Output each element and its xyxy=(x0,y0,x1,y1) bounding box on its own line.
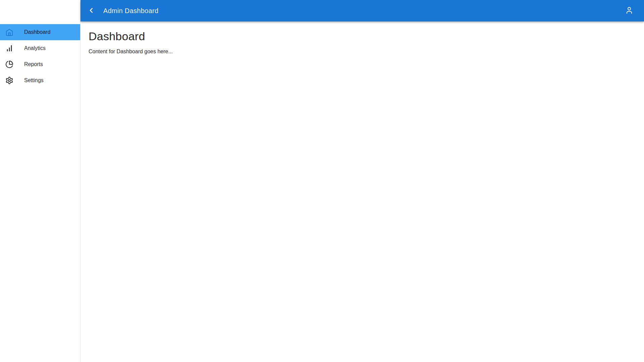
chevron-left-icon xyxy=(87,6,95,15)
content-panel: Dashboard Content for Dashboard goes her… xyxy=(80,21,644,64)
app-bar-title: Admin Dashboard xyxy=(103,7,159,15)
pie-chart-icon xyxy=(5,60,13,68)
sidebar-item-dashboard[interactable]: Dashboard xyxy=(0,24,80,40)
page-body-text: Content for Dashboard goes here... xyxy=(89,48,636,56)
sidebar-item-settings[interactable]: Settings xyxy=(0,72,80,88)
back-button[interactable] xyxy=(85,4,98,17)
sidebar-item-label: Reports xyxy=(24,60,43,68)
sidebar-menu: DashboardAnalyticsReportsSettings xyxy=(0,21,80,91)
home-icon xyxy=(5,28,13,36)
sidebar-item-reports[interactable]: Reports xyxy=(0,56,80,72)
app-bar: Admin Dashboard xyxy=(80,0,644,21)
sidebar: DashboardAnalyticsReportsSettings xyxy=(0,0,80,362)
sidebar-item-label: Settings xyxy=(24,76,44,84)
user-icon xyxy=(625,6,633,15)
user-button[interactable] xyxy=(623,4,636,17)
page-title: Dashboard xyxy=(89,29,636,44)
sidebar-item-label: Analytics xyxy=(24,44,46,52)
gear-icon xyxy=(5,76,13,84)
sidebar-item-label: Dashboard xyxy=(24,28,50,36)
bar-chart-icon xyxy=(5,44,13,52)
sidebar-item-analytics[interactable]: Analytics xyxy=(0,40,80,56)
